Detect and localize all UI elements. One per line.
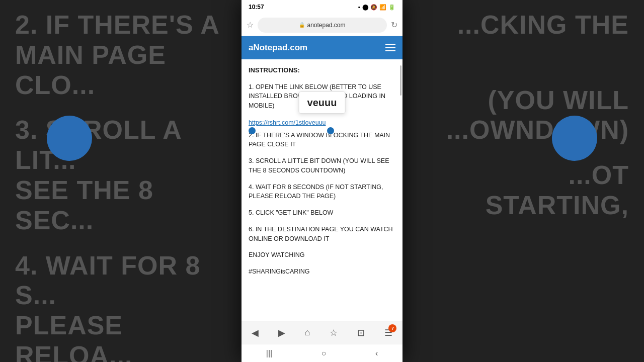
text-selection-tooltip[interactable]: veuuu (299, 92, 346, 114)
app-header: aNotepad.com (242, 36, 403, 59)
wifi-icon: 📶 (379, 4, 386, 11)
forward-button[interactable]: ▶ (278, 327, 285, 338)
hamburger-menu-button[interactable] (385, 44, 395, 51)
browser-bottom-nav: ◀ ▶ ⌂ ☆ ⊡ ☰ 7 (242, 321, 403, 344)
bg-right-text: ...CKING THE (YOU WILL ...OWNDOWN) ...OT… (403, 0, 644, 362)
battery-icon: 🔋 (388, 4, 395, 11)
android-home-button[interactable]: ○ (321, 349, 327, 358)
step-4: 4. WAIT FOR 8 SECONDS (IF NOT STARTING, … (249, 183, 395, 202)
phone-frame: 10:57 ▪ ⬤ 🔕 📶 🔋 ☆ 🔒 anotepad.com ↻ aNote… (242, 0, 403, 362)
blue-circle-left (47, 116, 92, 161)
refresh-icon[interactable]: ↻ (391, 20, 397, 30)
step-3: 3. SCROLL A LITTLE BIT DOWN (YOU WILL SE… (249, 156, 395, 175)
status-icons: ▪ ⬤ 🔕 📶 🔋 (358, 4, 395, 11)
bookmark-star-icon[interactable]: ☆ (247, 20, 254, 30)
mute-icon: 🔕 (370, 4, 377, 11)
step-1-link[interactable]: https://rshrt.com/1stloveuuu (249, 119, 326, 126)
address-bar[interactable]: ☆ 🔒 anotepad.com ↻ (242, 14, 403, 36)
scrollbar[interactable] (400, 65, 401, 96)
android-back-button[interactable]: ‹ (375, 349, 378, 358)
bg-left-text: 2. IF THERE'S A MAIN PAGE CLO... 3. SCRO… (0, 0, 242, 362)
favorites-button[interactable]: ☆ (330, 327, 338, 338)
selection-handle-left (249, 127, 256, 134)
android-system-bar: ||| ○ ‹ (242, 344, 403, 362)
step-5: 5. CLICK "GET LINK" BELOW (249, 208, 395, 218)
hashtag-text: #SHARINGisCARING (249, 267, 395, 277)
step-6: 6. IN THE DESTINATION PAGE YOU CAN WATCH… (249, 225, 395, 244)
android-menu-button[interactable]: ||| (266, 349, 272, 358)
enjoy-text: ENJOY WATCHING (249, 250, 395, 260)
step-2: 2. IF THERE'S A WINDOW BLOCKING THE MAIN… (249, 131, 395, 150)
blue-circle-right (552, 116, 597, 161)
menu-badge: 7 (388, 324, 396, 332)
video-icon: ▪ (358, 4, 360, 10)
record-icon: ⬤ (362, 4, 368, 11)
tabs-button[interactable]: ⊡ (357, 327, 365, 338)
back-button[interactable]: ◀ (252, 327, 259, 338)
menu-button[interactable]: ☰ 7 (384, 327, 392, 338)
app-title: aNotepad.com (249, 43, 307, 53)
url-field[interactable]: 🔒 anotepad.com (258, 18, 387, 33)
status-bar: 10:57 ▪ ⬤ 🔕 📶 🔋 (242, 0, 403, 14)
home-button[interactable]: ⌂ (305, 327, 310, 338)
content-area: veuuu INSTRUCTIONS: 1. OPEN THE LINK BEL… (242, 59, 403, 321)
selection-handle-right (327, 127, 334, 134)
instructions-label: INSTRUCTIONS: (249, 65, 395, 75)
url-text: anotepad.com (307, 22, 345, 29)
status-time: 10:57 (249, 4, 264, 11)
lock-icon: 🔒 (299, 22, 305, 28)
